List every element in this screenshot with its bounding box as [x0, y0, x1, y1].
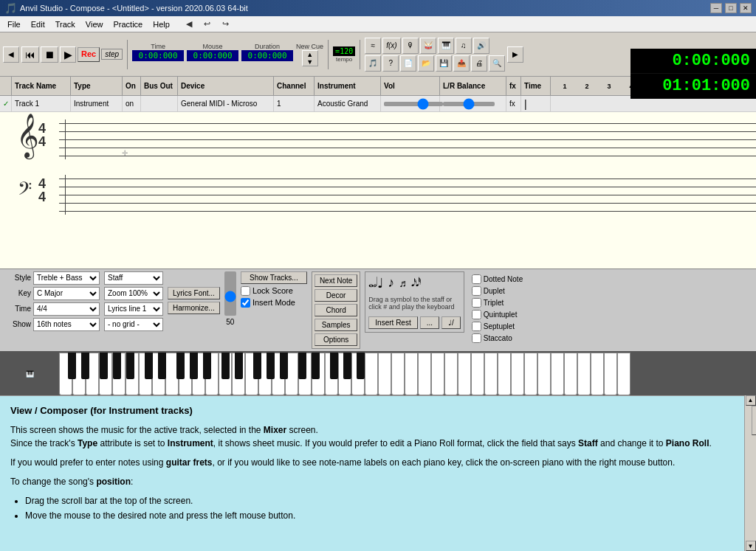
quintuplet-checkbox[interactable] [472, 310, 481, 319]
black-key-gs[interactable] [113, 353, 121, 379]
decor-button[interactable]: Decor [315, 289, 357, 302]
tr-instrument[interactable]: Acoustic Grand [315, 96, 381, 111]
key-select[interactable]: C Major [33, 287, 100, 300]
black-key-gs4[interactable] [343, 353, 351, 379]
menu-edit[interactable]: Edit [27, 18, 49, 30]
black-key-cs[interactable] [68, 353, 76, 379]
menu-file[interactable]: File [3, 18, 25, 30]
show-tracks-button[interactable]: Show Tracks... [241, 271, 307, 284]
back-arrow[interactable]: ◀ [182, 18, 196, 30]
score-btn[interactable]: ♫ [456, 38, 472, 54]
vertical-slider[interactable] [224, 271, 236, 316]
insert-mode-checkbox[interactable] [241, 298, 250, 308]
tr-type[interactable]: Instrument [71, 96, 123, 111]
triplet-checkbox[interactable] [472, 298, 481, 308]
style-select[interactable]: Treble + Bass Treble Bass Piano Roll [33, 271, 100, 285]
piano-keyboard[interactable]: 🎹 [0, 351, 756, 395]
tr-channel[interactable]: 1 [274, 96, 315, 111]
open-btn[interactable]: 📂 [418, 55, 434, 72]
tempo-control[interactable]: =120 tempo [333, 46, 355, 63]
close-button[interactable]: ✕ [740, 3, 752, 13]
fx-button[interactable]: f(x) [382, 38, 400, 54]
lyrics-font-button[interactable]: Lyrics Font... [168, 287, 220, 299]
black-key-as[interactable] [126, 353, 134, 379]
black-key-gs2[interactable] [190, 353, 198, 379]
staff-select[interactable]: Staff Piano Roll [104, 271, 163, 285]
black-key-fs4[interactable] [330, 353, 338, 379]
tr-busout[interactable] [141, 96, 178, 111]
play-button[interactable]: ▶ [60, 46, 76, 63]
score-area[interactable]: 𝄞 44 𝄢 44 ✛ [0, 112, 756, 268]
black-key-fs3[interactable] [253, 353, 261, 379]
black-key-ds[interactable] [81, 353, 89, 379]
options-button[interactable]: Options [315, 333, 357, 346]
new-btn[interactable]: 📄 [400, 55, 416, 72]
scroll-up-arrow[interactable]: ▲ [746, 395, 756, 406]
no-grid-select[interactable]: - no grid - [104, 318, 163, 331]
tr-device[interactable]: General MIDI - Microso [178, 96, 274, 111]
record-button[interactable]: Rec [78, 47, 100, 62]
tr-check[interactable]: ✓ [0, 96, 12, 111]
scroll-down-arrow[interactable]: ▼ [746, 541, 756, 551]
sixteenth-note-sym[interactable]: ♬ [399, 277, 407, 289]
menu-track[interactable]: Track [51, 18, 80, 30]
show-select[interactable]: 16th notes 8th notes Quarter notes [33, 318, 100, 331]
tr-fx[interactable]: fx [506, 96, 521, 111]
quarter-note-sym[interactable]: ♩ [377, 275, 383, 291]
samples-button[interactable]: Samples [315, 319, 357, 331]
zoom-select[interactable]: Zoom 100% Zoom 50% Zoom 200% [104, 287, 163, 300]
rest-alt-button[interactable]: ♩/ [441, 316, 461, 329]
sync-button[interactable]: ≈ [365, 38, 381, 54]
lock-score-checkbox[interactable] [241, 286, 250, 296]
scroll-thumb[interactable] [752, 406, 757, 435]
black-key-fs[interactable] [100, 353, 108, 379]
newcue-button[interactable]: ▲▼ [302, 50, 318, 66]
forward-arrow[interactable]: ↩ [199, 18, 215, 30]
harmonize-button[interactable]: Harmonize... [168, 302, 220, 314]
black-key-cs2[interactable] [145, 353, 153, 379]
black-key-ds4[interactable] [312, 353, 320, 379]
black-key-ds3[interactable] [235, 353, 243, 379]
lr-balance-slider[interactable] [443, 102, 495, 106]
tr-on[interactable]: on [123, 96, 141, 111]
info-scrollbar[interactable]: ▲ ▼ [744, 395, 756, 552]
black-key-as4[interactable] [357, 353, 365, 379]
black-key-ds2[interactable] [158, 353, 166, 379]
vol-slider[interactable] [384, 102, 443, 106]
mic-button[interactable]: 🎙 [402, 38, 419, 54]
black-key-cs3[interactable] [221, 353, 230, 379]
save-btn[interactable]: 💾 [436, 55, 452, 72]
chord-button[interactable]: Chord [315, 304, 357, 316]
export-btn[interactable]: 📤 [453, 55, 470, 72]
maximize-button[interactable]: □ [725, 3, 737, 13]
septuplet-checkbox[interactable] [472, 322, 481, 331]
rest-options-button[interactable]: ... [420, 316, 439, 329]
black-key-as2[interactable] [203, 353, 211, 379]
help-btn[interactable]: ? [382, 55, 399, 72]
piano-btn[interactable]: 🎹 [438, 38, 454, 54]
menu-practice[interactable]: Practice [109, 18, 147, 30]
zoom-btn[interactable]: 🔍 [489, 55, 505, 72]
next-note-button[interactable]: Next Note [315, 274, 357, 287]
tr-name[interactable]: Track 1 [12, 96, 71, 111]
black-key-cs4[interactable] [298, 353, 306, 379]
insert-rest-button[interactable]: Insert Rest [368, 316, 417, 329]
staccato-checkbox[interactable] [472, 333, 481, 343]
eighth-note-sym[interactable]: ♪ [388, 275, 394, 291]
black-key-fs2[interactable] [176, 353, 185, 379]
scroll-left-btn[interactable]: ◀ [3, 46, 19, 63]
piano2-btn[interactable]: 🎵 [365, 55, 381, 72]
forward-arrow2[interactable]: ↪ [218, 18, 233, 30]
print-btn[interactable]: 🖨 [471, 55, 487, 72]
menu-view[interactable]: View [81, 18, 108, 30]
lyrics-select[interactable]: Lyrics line 1 Lyrics line 2 [104, 302, 163, 316]
black-key-gs3[interactable] [267, 353, 275, 379]
drum-button[interactable]: 🥁 [420, 38, 436, 54]
minimize-button[interactable]: ─ [710, 3, 722, 13]
rewind-button[interactable]: ⏮ [21, 46, 39, 63]
menu-help[interactable]: Help [148, 18, 174, 30]
duplet-checkbox[interactable] [472, 286, 481, 296]
dotted-note-checkbox[interactable] [472, 274, 481, 284]
time-select[interactable]: 4/4 3/4 6/8 [33, 302, 100, 316]
stop-button[interactable]: ⏹ [41, 46, 58, 63]
